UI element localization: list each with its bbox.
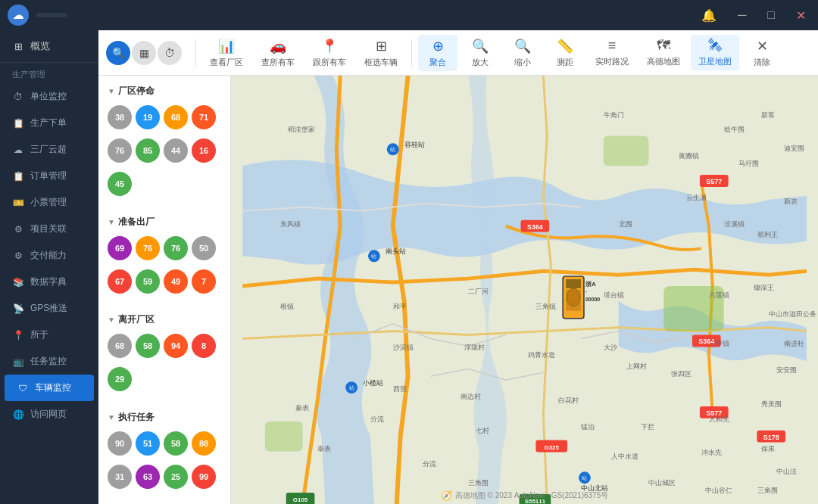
badge-76c[interactable]: 76 [164, 236, 188, 260]
box-select-btn[interactable]: ⊞ 框选车辆 [357, 35, 405, 71]
follow-all-btn[interactable]: 📍 跟所有车 [305, 35, 354, 71]
svg-text:中山法: 中山法 [776, 468, 797, 475]
badge-99[interactable]: 99 [192, 465, 216, 489]
badge-44[interactable]: 44 [164, 138, 188, 163]
svg-text:中山谷仁: 中山谷仁 [705, 487, 732, 494]
svg-text:站: 站 [390, 147, 395, 152]
overview-label: 概览 [30, 39, 50, 53]
sidebar-item-order-mgmt[interactable]: 📋 订单管理 [0, 163, 98, 189]
titlebar: ☁ 🔔 ─ □ ✕ [0, 0, 818, 30]
section-executing: ▼ 执行任务 90 51 58 88 31 63 25 99 [98, 402, 230, 499]
badge-7[interactable]: 7 [192, 269, 216, 294]
svg-text:新客: 新客 [761, 111, 775, 119]
svg-rect-2 [265, 422, 303, 452]
badge-71[interactable]: 71 [192, 105, 216, 129]
sidebar-item-cloud[interactable]: ☁ 三厂云超 [0, 136, 98, 163]
sidebar-item-overview[interactable]: ⊞ 概览 [0, 30, 98, 63]
cluster-btn[interactable]: ⊕ 聚合 [418, 35, 457, 71]
badge-19[interactable]: 19 [136, 105, 160, 129]
badge-94[interactable]: 94 [164, 334, 188, 358]
titlebar-title [36, 13, 67, 17]
web-icon: 🌐 [12, 409, 24, 421]
badge-50[interactable]: 50 [192, 236, 216, 260]
badge-row-6: 68 58 94 8 [105, 331, 224, 364]
live-traffic-btn[interactable]: ≡ 实时路况 [588, 35, 636, 70]
satellite-btn[interactable]: 🛰 卫星地图 [691, 35, 739, 70]
close-button[interactable]: ✕ [791, 7, 810, 24]
sidebar-item-production-order[interactable]: 📋 生产下单 [0, 110, 98, 136]
time-btn[interactable]: ⏱ [158, 41, 182, 65]
svg-text:黄圃镇: 黄圃镇 [679, 152, 699, 160]
badge-31[interactable]: 31 [108, 465, 132, 489]
sidebar-item-unit-monitor[interactable]: ⏱ 单位监控 [0, 83, 98, 110]
section-header-factory-stop[interactable]: ▼ 厂区停命 [105, 80, 224, 102]
view-factory-btn[interactable]: 📊 查看厂区 [202, 35, 251, 71]
svg-text:稔牛围: 稔牛围 [724, 126, 745, 133]
sidebar-item-gps[interactable]: 📡 GPS推送 [0, 295, 98, 322]
svg-text:稻洼堡家: 稻洼堡家 [288, 126, 315, 133]
bell-icon[interactable]: 🔔 [697, 7, 721, 24]
toolbar: 🔍 ▦ ⏱ 📊 查看厂区 🚗 查所有车 📍 跟所有车 ⊞ 框选车辆 [98, 30, 818, 76]
zoom-in-icon: 🔍 [472, 38, 489, 54]
badge-8[interactable]: 8 [192, 334, 216, 358]
bar-chart-btn[interactable]: ▦ [132, 41, 156, 65]
zoom-out-btn[interactable]: 🔍 缩小 [503, 35, 542, 71]
badge-58[interactable]: 58 [136, 334, 160, 358]
badge-59[interactable]: 59 [136, 269, 160, 294]
badge-45[interactable]: 45 [108, 172, 132, 196]
clear-btn[interactable]: ✕ 清除 [742, 35, 782, 71]
map-area[interactable]: S364 S577 S364 S577 G105 G325 [231, 76, 818, 504]
badge-76[interactable]: 76 [108, 138, 132, 163]
minimize-button[interactable]: ─ [733, 7, 751, 23]
badge-88[interactable]: 88 [192, 431, 216, 456]
zoom-in-btn[interactable]: 🔍 放大 [461, 35, 500, 71]
badge-85[interactable]: 85 [136, 138, 160, 163]
amap-icon: 🗺 [657, 38, 670, 54]
badge-67[interactable]: 67 [108, 269, 132, 294]
badge-68[interactable]: 68 [164, 105, 188, 129]
badge-68b[interactable]: 68 [108, 334, 132, 358]
box-select-icon: ⊞ [376, 38, 387, 54]
badge-69[interactable]: 69 [108, 236, 132, 260]
view-all-vehicles-btn[interactable]: 🚗 查所有车 [254, 35, 302, 71]
badge-51[interactable]: 51 [136, 431, 160, 456]
sidebar-item-vehicle-monitor[interactable]: 🛡 车辆监控 [5, 375, 94, 401]
section-header-left-factory[interactable]: ▼ 离开厂区 [105, 309, 224, 331]
svg-text:云生浦: 云生浦 [686, 194, 707, 201]
main-layout: ⊞ 概览 生产管理 ⏱ 单位监控 📋 生产下单 ☁ 三厂云超 📋 订单管理 🎫 … [0, 30, 818, 504]
sidebar-item-task-monitor[interactable]: 📺 任务监控 [0, 348, 98, 375]
badge-90[interactable]: 90 [108, 431, 132, 456]
badge-38[interactable]: 38 [108, 105, 132, 129]
amap-btn[interactable]: 🗺 高德地图 [639, 35, 688, 70]
badge-25[interactable]: 25 [164, 465, 188, 489]
svg-text:浮珑村: 浮珑村 [464, 344, 485, 351]
sidebar-item-web[interactable]: 🌐 访问网页 [0, 401, 98, 428]
section-header-executing[interactable]: ▼ 执行任务 [105, 406, 224, 428]
svg-text:裕利王: 裕利王 [757, 231, 778, 238]
badge-76b[interactable]: 76 [136, 236, 160, 260]
maximize-button[interactable]: □ [763, 7, 779, 23]
badge-row-5: 67 59 49 7 [105, 266, 224, 300]
sidebar-item-ticket-mgmt[interactable]: 🎫 小票管理 [0, 189, 98, 216]
svg-text:和平: 和平 [393, 303, 407, 310]
section-header-ready-leave[interactable]: ▼ 准备出厂 [105, 211, 224, 233]
sidebar-item-project[interactable]: ⚙ 项目关联 [0, 216, 98, 242]
sidebar-item-delivery[interactable]: ⚙ 交付能力 [0, 242, 98, 269]
svg-text:三角围: 三角围 [757, 487, 778, 494]
search-circle-btn[interactable]: 🔍 [106, 41, 130, 65]
svg-text:下拦: 下拦 [641, 423, 654, 431]
badge-58b[interactable]: 58 [164, 431, 188, 456]
badge-16[interactable]: 16 [192, 138, 216, 163]
sidebar-item-data-dict[interactable]: 📚 数据字典 [0, 269, 98, 295]
svg-text:塔台镇: 塔台镇 [603, 291, 624, 299]
badge-row-2: 76 85 44 16 [105, 135, 224, 169]
badge-63[interactable]: 63 [136, 465, 160, 489]
order-icon: 📋 [12, 170, 24, 182]
sidebar-item-location[interactable]: 📍 所于 [0, 322, 98, 348]
badge-29[interactable]: 29 [108, 367, 132, 391]
svg-text:保果: 保果 [761, 445, 775, 453]
badge-row-3: 45 [105, 169, 224, 202]
measure-btn[interactable]: 📏 测距 [545, 35, 585, 71]
badge-49[interactable]: 49 [164, 269, 188, 294]
satellite-icon: 🛰 [708, 38, 722, 54]
